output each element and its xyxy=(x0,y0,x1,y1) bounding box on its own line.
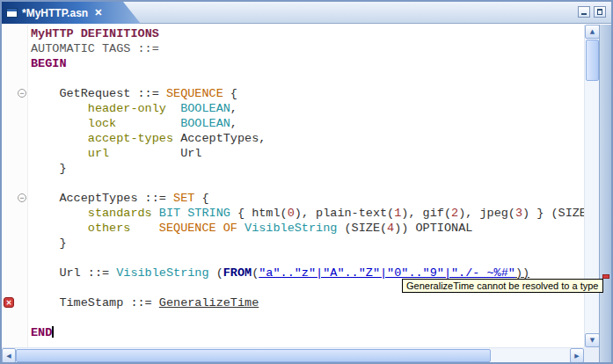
code-token xyxy=(74,27,81,40)
scroll-up-icon: ▲ xyxy=(590,28,595,35)
code-token: ) } (SIZE( xyxy=(522,207,584,220)
code-token: , xyxy=(230,117,237,130)
code-line[interactable] xyxy=(31,71,584,86)
code-token: BOOLEAN xyxy=(180,102,230,115)
code-token xyxy=(31,102,88,115)
code-line[interactable]: others SEQUENCE OF VisibleString (SIZE(4… xyxy=(31,221,584,236)
minimize-button[interactable] xyxy=(578,6,590,18)
code-line[interactable]: url Url xyxy=(31,146,584,161)
scroll-left-button[interactable]: ◀ xyxy=(2,348,16,363)
code-token: accept-types xyxy=(88,132,173,145)
overview-error-marker[interactable] xyxy=(602,274,609,279)
editor-window: *MyHTTP.asn ✕ ✕ −− MyHTTP DEFINITIONSAUT… xyxy=(0,0,613,364)
code-token: , xyxy=(259,132,266,145)
code-line[interactable]: header-only BOOLEAN, xyxy=(31,101,584,116)
scroll-right-icon: ▶ xyxy=(574,353,579,360)
code-line[interactable] xyxy=(31,176,584,191)
close-icon[interactable]: ✕ xyxy=(94,7,102,18)
code-token: BEGIN xyxy=(31,57,67,70)
code-token: url xyxy=(88,147,109,160)
code-token: SEQUENCE OF xyxy=(159,222,237,235)
vertical-scrollbar-thumb[interactable] xyxy=(586,40,599,81)
code-token: 4 xyxy=(387,222,394,235)
code-token: DEFINITIONS xyxy=(81,27,159,40)
code-line[interactable]: BEGIN xyxy=(31,56,584,71)
text-caret xyxy=(52,326,54,338)
code-token: MyHTTP xyxy=(31,27,74,40)
code-token: ( xyxy=(209,266,223,280)
code-token xyxy=(173,132,180,145)
code-token: SEQUENCE xyxy=(166,87,223,100)
code-token: SET xyxy=(173,192,194,205)
code-token xyxy=(130,222,158,235)
code-line[interactable]: MyHTTP DEFINITIONS xyxy=(31,26,584,41)
scroll-up-button[interactable]: ▲ xyxy=(585,25,600,39)
code-token: ), jpeg( xyxy=(458,207,515,220)
code-token: (SIZE( xyxy=(337,222,387,235)
code-token: GetRequest ::= xyxy=(31,87,166,100)
code-token xyxy=(31,132,88,145)
code-token xyxy=(237,222,244,235)
code-line[interactable]: } xyxy=(31,236,584,251)
code-token: others xyxy=(88,222,131,235)
code-token: lock xyxy=(88,117,116,130)
code-token: 0 xyxy=(288,207,295,220)
code-token: { xyxy=(194,192,208,205)
folding-ruler[interactable]: −− xyxy=(16,25,28,347)
tab-myhttp-asn[interactable]: *MyHTTP.asn ✕ xyxy=(2,2,141,24)
code-line[interactable]: } xyxy=(31,161,584,176)
code-token: , xyxy=(230,102,237,115)
code-line[interactable]: AUTOMATIC TAGS ::= xyxy=(31,41,584,56)
fold-collapse-icon[interactable]: − xyxy=(18,193,26,202)
maximize-button[interactable] xyxy=(594,6,606,18)
horizontal-scrollbar-thumb[interactable] xyxy=(16,349,491,362)
code-line[interactable]: lock BOOLEAN, xyxy=(31,116,584,131)
scroll-down-icon: ▼ xyxy=(590,337,595,344)
scroll-right-button[interactable]: ▶ xyxy=(570,348,584,363)
scrollbar-corner xyxy=(584,347,599,362)
code-token: { html( xyxy=(230,207,288,220)
code-token: AcceptTypes ::= xyxy=(31,192,173,205)
tab-title: *MyHTTP.asn xyxy=(22,7,88,19)
code-token: header-only xyxy=(88,102,166,115)
code-token: ), plain-text( xyxy=(295,207,394,220)
asn-file-icon xyxy=(6,8,18,18)
code-line[interactable]: TimeStamp ::= GeneralizeTime xyxy=(31,295,584,310)
code-token xyxy=(31,147,88,160)
code-token: END xyxy=(31,326,52,339)
code-line[interactable] xyxy=(31,310,584,325)
overview-ruler[interactable] xyxy=(599,25,611,362)
code-token: )) xyxy=(515,266,529,280)
code-token xyxy=(31,117,88,130)
code-token: VisibleString xyxy=(244,222,337,235)
code-token: } xyxy=(31,162,67,175)
code-token: AcceptTypes xyxy=(180,132,259,145)
error-marker-icon[interactable]: ✕ xyxy=(4,297,14,308)
code-line[interactable]: accept-types AcceptTypes, xyxy=(31,131,584,146)
code-line[interactable]: standards BIT STRING { html(0), plain-te… xyxy=(31,206,584,221)
code-token: 2 xyxy=(451,207,458,220)
scroll-down-button[interactable]: ▼ xyxy=(585,333,600,347)
code-line[interactable] xyxy=(31,251,584,266)
code-token: ), gif( xyxy=(401,207,451,220)
code-line[interactable]: END xyxy=(31,325,584,340)
code-token: GeneralizeTime xyxy=(159,296,259,309)
vertical-scrollbar[interactable]: ▲ ▼ xyxy=(584,25,599,347)
code-token xyxy=(31,222,88,235)
fold-collapse-icon[interactable]: − xyxy=(18,89,26,98)
horizontal-scrollbar[interactable]: ◀ ▶ xyxy=(2,347,584,362)
code-token: AUTOMATIC TAGS ::= xyxy=(31,42,159,55)
code-area[interactable]: MyHTTP DEFINITIONSAUTOMATIC TAGS ::=BEGI… xyxy=(28,25,584,347)
editor-area: ✕ −− MyHTTP DEFINITIONSAUTOMATIC TAGS ::… xyxy=(2,25,584,347)
code-line[interactable]: AcceptTypes ::= SET { xyxy=(31,191,584,206)
view-buttons xyxy=(578,6,606,18)
code-line[interactable]: GetRequest ::= SEQUENCE { xyxy=(31,86,584,101)
code-token xyxy=(109,147,180,160)
code-token: VisibleString xyxy=(116,266,208,280)
editor-tab-bar: *MyHTTP.asn ✕ xyxy=(2,2,611,24)
code-token xyxy=(152,207,159,220)
code-token: Url ::= xyxy=(31,266,116,280)
annotation-ruler[interactable]: ✕ xyxy=(2,25,16,347)
code-token xyxy=(116,117,180,130)
code-token: )) OPTIONAL xyxy=(394,222,472,235)
